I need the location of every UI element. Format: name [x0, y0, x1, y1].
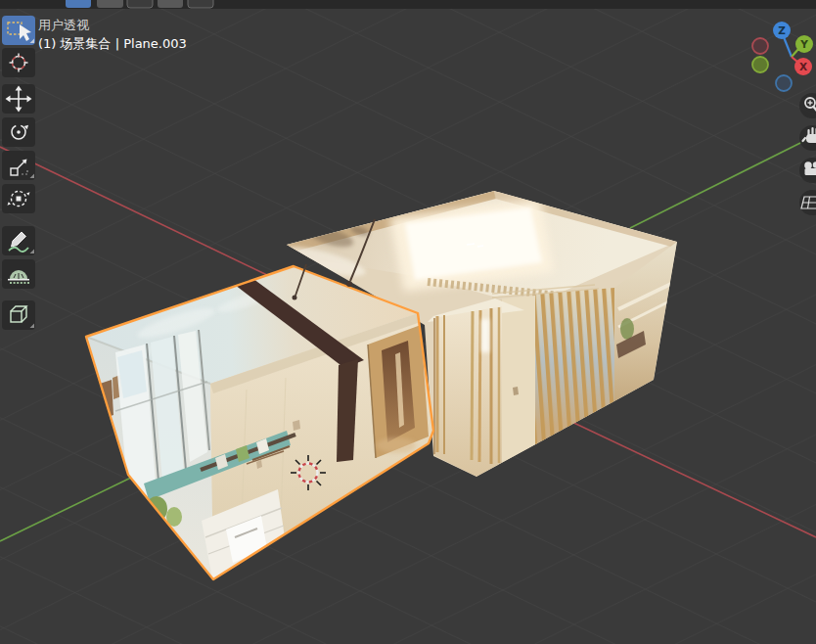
mode-pill-2[interactable] — [97, 0, 123, 8]
topbar — [0, 0, 816, 9]
right-box-wall — [502, 296, 535, 463]
mode-pill-active[interactable] — [66, 0, 91, 8]
gizmo-x-label: X — [799, 61, 807, 72]
blender-3d-viewport: 用户透视 (1) 场景集合 | Plane.003 — [0, 0, 816, 644]
plant-blob — [620, 318, 634, 340]
gizmo-y-label: Y — [799, 38, 808, 50]
view-mode-label: 用户透视 — [38, 18, 90, 32]
mode-pill-5[interactable] — [188, 0, 213, 8]
tool-cursor[interactable] — [2, 48, 35, 77]
tool-measure[interactable] — [2, 259, 35, 289]
gizmo-z-label: Z — [778, 24, 786, 36]
tool-transform[interactable] — [2, 184, 35, 213]
gizmo-neg-y[interactable] — [752, 57, 768, 72]
breadcrumb: (1) 场景集合 | Plane.003 — [38, 36, 187, 51]
tool-rotate[interactable] — [2, 117, 35, 147]
tool-move[interactable] — [2, 84, 35, 114]
gizmo-neg-x[interactable] — [752, 38, 768, 54]
tool-annotate[interactable] — [2, 226, 35, 255]
camera-icon — [804, 161, 816, 175]
gizmo-neg-z[interactable] — [776, 75, 792, 91]
mode-pill-3[interactable] — [127, 0, 153, 8]
tool-add-cube[interactable] — [2, 300, 35, 330]
toolbar — [2, 16, 35, 330]
tool-tweak-select[interactable] — [2, 16, 35, 45]
mode-pill-4[interactable] — [158, 0, 183, 8]
tool-scale[interactable] — [2, 151, 35, 180]
